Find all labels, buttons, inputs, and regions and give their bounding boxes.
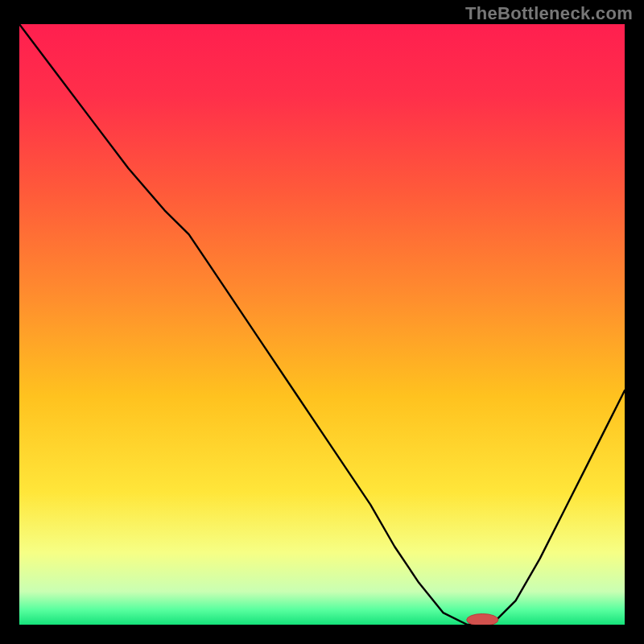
chart-frame: TheBottleneck.com [0,0,644,644]
chart-svg [19,24,625,625]
gradient-background [19,24,625,625]
plot-area [19,24,625,625]
watermark-text: TheBottleneck.com [465,3,633,24]
optimal-marker [467,614,498,625]
